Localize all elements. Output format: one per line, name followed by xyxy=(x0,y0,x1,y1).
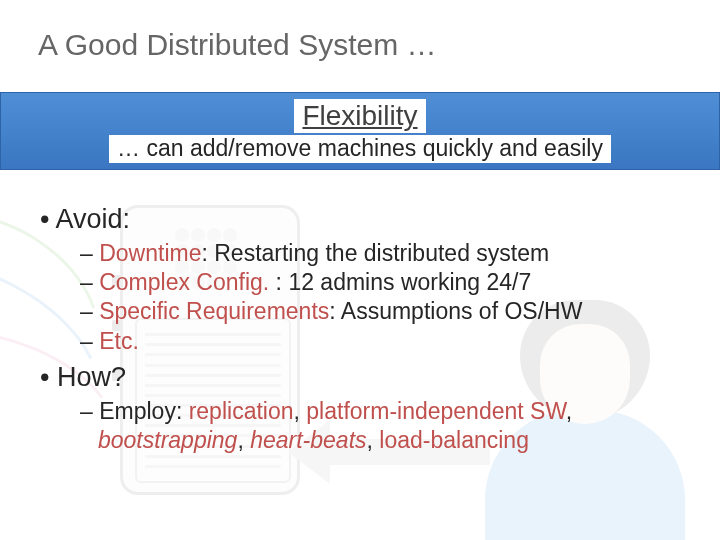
term: Specific Requirements xyxy=(99,298,329,324)
desc: : Assumptions of OS/HW xyxy=(329,298,582,324)
avoid-downtime: Downtime: Restarting the distributed sys… xyxy=(80,239,690,268)
bullet-list: Avoid: Downtime: Restarting the distribu… xyxy=(40,198,690,456)
how-employ: Employ: replication, platform-independen… xyxy=(80,397,690,456)
avoid-specific-requirements: Specific Requirements: Assumptions of OS… xyxy=(80,297,690,326)
kw-heart-beats: heart-beats xyxy=(250,427,366,453)
term: Etc. xyxy=(99,328,139,354)
kw-load-balancing: load-balancing xyxy=(379,427,529,453)
bullet-how: How? xyxy=(40,360,690,395)
kw-platform-independent: platform-independent SW xyxy=(306,398,566,424)
desc: : Restarting the distributed system xyxy=(201,240,549,266)
callout-heading: Flexibility xyxy=(294,99,425,133)
bullet-avoid: Avoid: xyxy=(40,202,690,237)
desc: : 12 admins working 24/7 xyxy=(269,269,531,295)
avoid-complex-config: Complex Config. : 12 admins working 24/7 xyxy=(80,268,690,297)
employ-prefix: Employ: xyxy=(99,398,188,424)
kw-bootstrapping: bootstrapping xyxy=(98,427,237,453)
callout-banner: Flexibility … can add/remove machines qu… xyxy=(0,92,720,170)
kw-replication: replication xyxy=(189,398,294,424)
term: Complex Config. xyxy=(99,269,269,295)
callout-subtitle: … can add/remove machines quickly and ea… xyxy=(109,135,611,163)
term: Downtime xyxy=(99,240,201,266)
avoid-etc: Etc. xyxy=(80,327,690,356)
slide-title: A Good Distributed System … xyxy=(38,28,437,62)
